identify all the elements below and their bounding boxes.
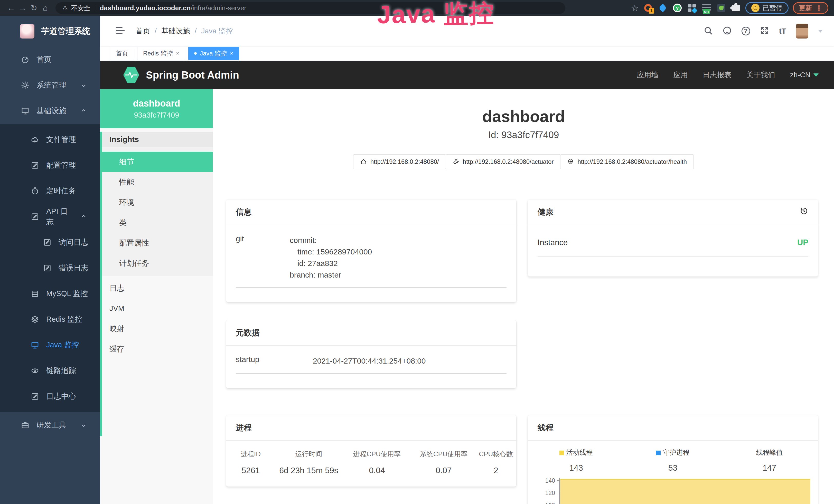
sidebar-item-label: 访问日志: [59, 237, 88, 248]
sidebar-item-dev-tools[interactable]: 研发工具: [0, 412, 100, 438]
fullscreen-icon[interactable]: [760, 26, 769, 36]
instance-menu: Insights 细节 性能 环境 类 配置属性 计划任务 日志 JVM: [100, 132, 213, 436]
system-cpu: 系统CPU使用率 0.07: [412, 450, 476, 475]
sidebar-item-system[interactable]: 系统管理: [0, 72, 100, 98]
status-badge-up: UP: [797, 238, 808, 247]
peak-threads-value: 147: [721, 463, 818, 473]
history-icon[interactable]: [799, 207, 808, 217]
extension-orange-icon[interactable]: 1: [643, 3, 653, 13]
instance-links: http://192.168.0.2:48080/ http://192.168…: [213, 154, 834, 169]
paused-profile-badge[interactable]: ☺ 已暂停: [745, 2, 789, 14]
github-icon[interactable]: [723, 26, 732, 36]
sidebar-item-label: 定时任务: [46, 186, 76, 196]
extensions-puzzle-icon[interactable]: [731, 3, 741, 13]
back-icon[interactable]: ←: [6, 3, 17, 13]
chevron-down-icon: [81, 422, 87, 428]
threads-card: 线程 活动线程 守护进程 线程峰值: [528, 415, 818, 504]
bookmark-star-icon[interactable]: ☆: [631, 3, 639, 13]
process-cpu: 进程CPU使用率 0.04: [342, 450, 412, 475]
sidebar-item-redis[interactable]: Redis 监控: [0, 306, 100, 332]
edit-icon: [31, 392, 39, 400]
service-url-button[interactable]: http://192.168.0.2:48080/: [353, 154, 446, 169]
sidebar-item-config[interactable]: 配置管理: [0, 153, 100, 178]
extension-grid-icon[interactable]: [687, 3, 697, 13]
menu-item-config-props[interactable]: 配置属性: [102, 233, 213, 253]
locale-select[interactable]: zh-CN: [790, 71, 818, 79]
extension-y-icon[interactable]: y: [672, 3, 682, 13]
sidebar-item-mysql[interactable]: MySQL 监控: [0, 281, 100, 306]
forward-icon[interactable]: →: [17, 3, 28, 13]
font-size-icon[interactable]: tT: [779, 27, 786, 36]
sidebar-submenu: 文件管理 配置管理 定时任务 API 日志 访问日志: [0, 124, 100, 412]
sidebar-item-access-log[interactable]: 访问日志: [0, 230, 100, 255]
close-icon[interactable]: ×: [230, 50, 233, 57]
close-icon[interactable]: ×: [176, 50, 179, 57]
sidebar-item-tracing[interactable]: 链路追踪: [0, 358, 100, 384]
breadcrumb-infra[interactable]: 基础设施: [161, 26, 190, 36]
paused-label: 已暂停: [763, 4, 783, 13]
sidebar-item-api-log[interactable]: API 日志: [0, 204, 100, 230]
sidebar-item-label: 链路追踪: [46, 366, 76, 376]
sba-brand[interactable]: Spring Boot Admin: [146, 69, 239, 81]
sidebar-item-label: 文件管理: [46, 135, 76, 145]
menu-item-mappings[interactable]: 映射: [102, 319, 213, 339]
legend-daemon-threads: 守护进程: [624, 448, 721, 457]
sba-nav-journal[interactable]: 日志报表: [703, 70, 731, 80]
help-icon[interactable]: ?: [742, 27, 750, 36]
reload-icon[interactable]: ↻: [28, 3, 40, 13]
update-button[interactable]: 更新 ⋮: [793, 2, 828, 14]
user-avatar[interactable]: [796, 24, 808, 39]
service-url: http://192.168.0.2:48080/: [370, 158, 439, 165]
tab-redis-monitor[interactable]: Redis 监控 ×: [137, 47, 185, 60]
search-icon[interactable]: [704, 26, 713, 36]
menu-dots-icon[interactable]: ⋮: [815, 4, 822, 12]
home-icon[interactable]: ⌂: [40, 3, 51, 13]
legend-live-threads: 活动线程: [528, 448, 624, 457]
sba-nav-wallboard[interactable]: 应用墙: [637, 70, 659, 80]
sidebar-item-log-center[interactable]: 日志中心: [0, 384, 100, 409]
health-url-button[interactable]: http://192.168.0.2:48080/actuator/health: [560, 154, 694, 169]
sidebar-item-files[interactable]: 文件管理: [0, 127, 100, 153]
menu-item-environment[interactable]: 环境: [102, 192, 213, 212]
card-title: 信息: [226, 200, 516, 225]
sidebar-item-label: 日志中心: [46, 391, 76, 402]
hamburger-icon[interactable]: [115, 25, 125, 37]
emoji-avatar: ☺: [751, 4, 760, 12]
gear-icon: [21, 81, 29, 89]
admin-sidebar: 芋道管理系统 首页 系统管理 基础设施 文件管理: [0, 16, 100, 504]
edit-icon: [31, 212, 39, 221]
tab-java-monitor[interactable]: Java 监控 ×: [188, 47, 239, 60]
menu-section-insights[interactable]: Insights: [102, 132, 213, 147]
tab-home[interactable]: 首页: [110, 47, 134, 60]
locale-label: zh-CN: [790, 71, 810, 79]
menu-item-classes[interactable]: 类: [102, 212, 213, 233]
tab-label: Redis 监控: [143, 49, 173, 58]
avatar-caret-icon[interactable]: [818, 30, 823, 32]
menu-item-jvm[interactable]: JVM: [102, 298, 213, 319]
menu-item-logs[interactable]: 日志: [102, 278, 213, 298]
actuator-url: http://192.168.0.2:48080/actuator: [463, 158, 554, 165]
sidebar-item-home[interactable]: 首页: [0, 47, 100, 72]
sba-nav-about[interactable]: 关于我们: [746, 70, 775, 80]
sba-nav-applications[interactable]: 应用: [674, 70, 688, 80]
instance-header[interactable]: dashboard 93a3fc7f7409: [100, 89, 213, 128]
legend-peak-threads: 线程峰值: [721, 448, 818, 457]
extension-pin-icon[interactable]: [658, 3, 668, 13]
menu-item-details[interactable]: 细节: [102, 152, 213, 172]
menu-item-metrics[interactable]: 性能: [102, 172, 213, 192]
breadcrumb-home[interactable]: 首页: [136, 26, 150, 36]
menu-item-scheduled-tasks[interactable]: 计划任务: [102, 253, 213, 273]
menu-item-caches[interactable]: 缓存: [102, 339, 213, 359]
sidebar-item-error-log[interactable]: 错误日志: [0, 255, 100, 281]
metadata-card: 元数据 startup 2021-04-27T00:44:31.254+08:0…: [226, 320, 516, 388]
sidebar-item-jobs[interactable]: 定时任务: [0, 178, 100, 204]
extension-on-icon[interactable]: on: [701, 3, 712, 13]
sidebar-item-infra[interactable]: 基础设施: [0, 98, 100, 124]
sidebar-item-java-monitor[interactable]: Java 监控: [0, 332, 100, 358]
extension-leaf-icon[interactable]: [716, 3, 726, 13]
sidebar-item-label: 配置管理: [46, 160, 76, 170]
sidebar-item-label: 基础设施: [37, 106, 66, 116]
actuator-url-button[interactable]: http://192.168.0.2:48080/actuator: [446, 154, 561, 169]
process-pid: 进程ID 5261: [226, 450, 275, 475]
info-card: 信息 git commit: time: 1596289704000 id: 2…: [226, 200, 516, 302]
